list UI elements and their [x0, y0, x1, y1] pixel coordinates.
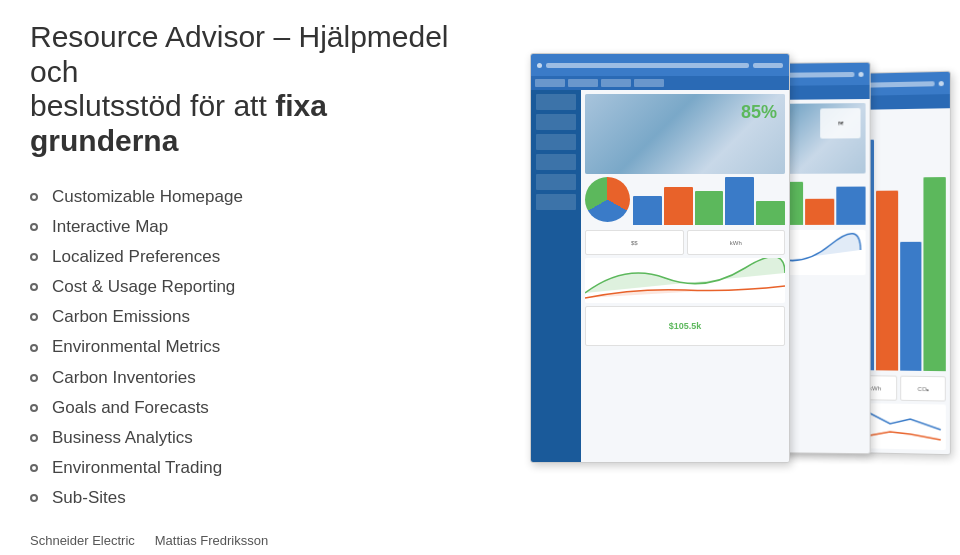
list-item-carbon-inventories: Carbon Inventories [30, 363, 460, 393]
line-svg-front [585, 258, 785, 303]
sidebar-item [536, 134, 576, 150]
stat-box: $$ [585, 230, 684, 255]
bullet-list: Customizable Homepage Interactive Map Lo… [30, 182, 460, 513]
nav-item [601, 79, 631, 87]
screen-sidebar-front [531, 90, 581, 462]
bullet-label: Environmental Trading [52, 457, 222, 479]
bar [900, 241, 922, 370]
footer-bar: Schneider Electric Mattias Fredriksson [0, 525, 960, 555]
stats-row-front: $$ kWh [585, 230, 785, 255]
right-section: $ kWh CO₂ [460, 20, 950, 535]
bar [924, 177, 946, 371]
bullet-icon [30, 253, 38, 261]
list-item-carbon-emissions: Carbon Emissions [30, 302, 460, 332]
footer-presenter: Mattias Fredriksson [155, 533, 268, 548]
header-dot-2 [939, 80, 944, 85]
screen-nav-front [531, 76, 789, 90]
bullet-label: Goals and Forecasts [52, 397, 209, 419]
screens-container: $ kWh CO₂ [460, 43, 950, 513]
header-dot [537, 62, 542, 67]
bullet-label: Localized Preferences [52, 246, 220, 268]
bullet-icon [30, 404, 38, 412]
footer-company: Schneider Electric [30, 533, 135, 548]
bar [695, 191, 724, 225]
bullet-icon [30, 464, 38, 472]
screen-content-front: 85% [581, 90, 789, 462]
stat-box: kWh [687, 230, 786, 255]
bullet-label: Environmental Metrics [52, 336, 220, 358]
list-item-sub-sites: Sub-Sites [30, 483, 460, 513]
bar [664, 186, 693, 224]
bullet-icon [30, 434, 38, 442]
list-item-interactive-map: Interactive Map [30, 212, 460, 242]
bullet-label: Carbon Inventories [52, 367, 196, 389]
bar-chart-front [633, 177, 785, 227]
list-item-cost-usage: Cost & Usage Reporting [30, 272, 460, 302]
sidebar-item [536, 154, 576, 170]
bar [756, 201, 785, 225]
nav-item [568, 79, 598, 87]
list-item-business-analytics: Business Analytics [30, 423, 460, 453]
bullet-label: Carbon Emissions [52, 306, 190, 328]
bar [876, 190, 898, 370]
title-block: Resource Advisor – Hjälpmedel och beslut… [30, 20, 460, 158]
map-area-front: 85% [585, 94, 785, 174]
sidebar-item [536, 94, 576, 110]
bullet-label: Business Analytics [52, 427, 193, 449]
bullet-icon [30, 374, 38, 382]
screen-percent: 85% [741, 102, 777, 123]
bullet-icon [30, 494, 38, 502]
header-bar [546, 62, 749, 67]
pie-chart-front [585, 177, 630, 222]
bar [836, 186, 865, 225]
nav-item [535, 79, 565, 87]
bullet-icon [30, 283, 38, 291]
sidebar-item [536, 194, 576, 210]
bar [633, 196, 662, 225]
screen-header-front [531, 54, 789, 76]
bullet-label: Sub-Sites [52, 487, 126, 509]
list-item-environmental-metrics: Environmental Metrics [30, 332, 460, 362]
line-chart-front [585, 258, 785, 303]
screen-body-front: 85% [531, 90, 789, 462]
title-prefix: beslutsstöd för att [30, 89, 275, 122]
bar [725, 177, 754, 225]
list-item-localized-preferences: Localized Preferences [30, 242, 460, 272]
list-item-customizable-homepage: Customizable Homepage [30, 182, 460, 212]
header-dot-2 [859, 71, 864, 76]
nav-item [634, 79, 664, 87]
main-container: Resource Advisor – Hjälpmedel och beslut… [0, 0, 960, 555]
list-item-environmental-trading: Environmental Trading [30, 453, 460, 483]
map-overlay: 🗺 [820, 108, 860, 138]
bullet-icon [30, 313, 38, 321]
title-line2: beslutsstöd för att fixa grunderna [30, 89, 460, 158]
screen-front: 85% [530, 53, 790, 463]
left-section: Resource Advisor – Hjälpmedel och beslut… [30, 20, 460, 535]
sidebar-item [536, 174, 576, 190]
list-item-goals-forecasts: Goals and Forecasts [30, 393, 460, 423]
gauge: $105.5k [585, 306, 785, 346]
bullet-label: Cost & Usage Reporting [52, 276, 235, 298]
title-line1: Resource Advisor – Hjälpmedel och [30, 20, 460, 89]
stat-box: CO₂ [901, 375, 946, 401]
bullet-icon [30, 344, 38, 352]
chart-row-front [585, 177, 785, 227]
bullet-icon [30, 193, 38, 201]
bar [805, 198, 834, 225]
bullet-icon [30, 223, 38, 231]
bullet-label: Interactive Map [52, 216, 168, 238]
header-bar-2 [753, 62, 783, 67]
bullet-label: Customizable Homepage [52, 186, 243, 208]
sidebar-item [536, 114, 576, 130]
